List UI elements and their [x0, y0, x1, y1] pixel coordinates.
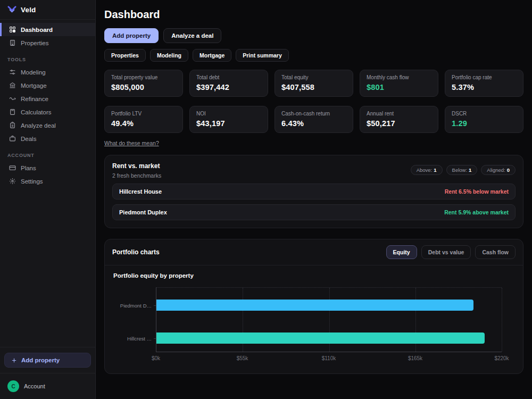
bar-row: Hillcrest … — [156, 332, 502, 344]
stat-label: Total debt — [196, 74, 261, 80]
portfolio-charts-header: Portfolio charts Equity Debt vs value Ca… — [105, 239, 523, 265]
rent-status: Rent 6.5% below market — [445, 188, 509, 195]
property-name: Piedmont Duplex — [119, 209, 167, 215]
sidebar-add-property-button[interactable]: Add property — [4, 353, 91, 368]
stat-label: Total equity — [281, 74, 346, 80]
stat-card: Portfolio cap rate5.37% — [445, 70, 523, 97]
calculator-icon — [9, 109, 16, 115]
page-title: Dashboard — [104, 9, 523, 21]
chart-title: Portfolio equity by property — [113, 272, 514, 279]
stat-value: 1.29 — [452, 119, 517, 128]
benchmark-badges: Above:1 Below:1 Aligned:0 — [411, 165, 516, 175]
sidebar-section-account: ACCOUNT — [0, 145, 95, 161]
sidebar-item-label: Refinance — [21, 96, 48, 102]
sidebar-item-plans[interactable]: Plans — [0, 161, 95, 174]
toggle-equity[interactable]: Equity — [386, 245, 417, 259]
x-axis-tick-label: $110k — [322, 355, 336, 361]
stat-card: Cash-on-cash return6.43% — [275, 106, 353, 133]
stat-label: Annual rent — [367, 111, 431, 117]
sidebar-item-label: Properties — [21, 40, 48, 46]
sidebar-item-modeling[interactable]: Modeling — [0, 65, 95, 79]
stat-value: 6.43% — [281, 119, 346, 128]
sidebar-item-label: Modeling — [21, 69, 46, 76]
add-property-button[interactable]: Add property — [104, 28, 159, 43]
stat-card: Total property value$805,000 — [104, 70, 183, 97]
sidebar-item-settings[interactable]: Settings — [0, 174, 95, 188]
rent-vs-market-panel: Rent vs. market 2 fresh benchmarks Above… — [104, 155, 523, 228]
tab-properties[interactable]: Properties — [104, 49, 146, 62]
tab-modeling[interactable]: Modeling — [150, 49, 188, 62]
equity-bar-piedmont-duplex[interactable] — [156, 300, 473, 311]
sidebar-section-tools: TOOLS — [0, 49, 95, 65]
stat-label: DSCR — [452, 111, 517, 117]
bar-row: Piedmont D… — [156, 300, 502, 311]
main-content: Dashboard Add property Analyze a deal Pr… — [96, 0, 532, 399]
x-axis-tick-label: $55k — [237, 355, 248, 361]
stat-value: $801 — [367, 83, 431, 92]
sidebar-item-label: Calculators — [21, 109, 52, 115]
account-menu[interactable]: C Account — [0, 373, 95, 399]
building-icon — [9, 39, 16, 46]
sidebar-item-label: Settings — [21, 178, 43, 185]
sidebar-item-label: Dashboard — [21, 27, 53, 33]
tab-mortgage[interactable]: Mortgage — [193, 49, 231, 62]
sidebar-item-label: Mortgage — [21, 82, 47, 89]
badge-aligned: Aligned:0 — [481, 165, 516, 175]
stat-value: $397,442 — [196, 83, 261, 92]
chart-area: Portfolio equity by property Piedmont D…… — [105, 265, 523, 373]
stat-label: NOI — [196, 111, 261, 117]
rent-status: Rent 5.9% above market — [444, 209, 509, 215]
wave-icon — [9, 95, 16, 102]
benchmark-row-hillcrest[interactable]: Hillcrest House Rent 6.5% below market — [112, 184, 516, 200]
stat-value: 5.37% — [452, 83, 517, 92]
y-axis-label: Hillcrest … — [127, 335, 152, 341]
stat-value: $50,217 — [367, 119, 431, 128]
action-buttons: Add property Analyze a deal — [104, 28, 523, 43]
benchmark-row-piedmont[interactable]: Piedmont Duplex Rent 5.9% above market — [112, 204, 516, 220]
account-name: Account — [24, 383, 45, 389]
sidebar-item-analyze-deal[interactable]: Analyze deal — [0, 119, 95, 132]
chart-toggle-group: Equity Debt vs value Cash flow — [386, 245, 516, 259]
rent-vs-market-subtitle: 2 fresh benchmarks — [112, 172, 161, 179]
dashboard-grid-icon — [9, 26, 16, 33]
stat-label: Total property value — [111, 74, 176, 80]
sliders-icon — [9, 69, 16, 76]
stat-card: Portfolio LTV49.4% — [104, 106, 183, 133]
sidebar-item-calculators[interactable]: Calculators — [0, 105, 95, 119]
gear-icon — [9, 178, 16, 185]
stat-card: Monthly cash flow$801 — [360, 70, 438, 97]
sidebar-item-refinance[interactable]: Refinance — [0, 92, 95, 105]
rent-vs-market-header: Rent vs. market 2 fresh benchmarks Above… — [112, 162, 516, 179]
sidebar-item-label: Plans — [21, 165, 36, 171]
veld-logo-icon — [7, 5, 16, 14]
stat-label: Cash-on-cash return — [281, 111, 346, 117]
stat-label: Portfolio cap rate — [452, 74, 517, 80]
stat-card: NOI$43,197 — [189, 106, 268, 133]
tab-print-summary[interactable]: Print summary — [236, 49, 289, 62]
sidebar-item-properties[interactable]: Properties — [0, 36, 95, 49]
analyze-a-deal-button[interactable]: Analyze a deal — [163, 28, 221, 43]
stat-value: 49.4% — [111, 119, 176, 128]
bank-icon — [9, 82, 16, 89]
equity-bar-hillcrest-house[interactable] — [156, 332, 485, 344]
badge-below: Below:1 — [446, 165, 478, 175]
brand: Veld — [0, 0, 95, 20]
sidebar-item-deals[interactable]: Deals — [0, 132, 95, 145]
toggle-cash-flow[interactable]: Cash flow — [475, 245, 516, 259]
plus-icon — [11, 358, 17, 363]
sidebar-item-dashboard[interactable]: Dashboard — [0, 23, 95, 36]
what-do-these-mean-link[interactable]: What do these mean? — [104, 140, 159, 146]
toggle-debt-vs-value[interactable]: Debt vs value — [421, 245, 471, 259]
chart-plot-area: Piedmont D…Hillcrest … — [156, 287, 502, 352]
stats-grid: Total property value$805,000Total debt$3… — [104, 70, 523, 133]
property-name: Hillcrest House — [119, 188, 162, 195]
chart-x-axis: $0k$55k$110k$165k$220k — [156, 355, 502, 364]
stat-label: Monthly cash flow — [367, 74, 431, 80]
sidebar-item-mortgage[interactable]: Mortgage — [0, 79, 95, 92]
brand-name: Veld — [21, 6, 36, 14]
x-axis-tick-label: $0k — [152, 355, 160, 361]
portfolio-charts-title: Portfolio charts — [112, 248, 160, 256]
stat-card: Total equity$407,558 — [275, 70, 353, 97]
sidebar-item-label: Deals — [21, 136, 36, 142]
stat-value: $805,000 — [111, 83, 176, 92]
